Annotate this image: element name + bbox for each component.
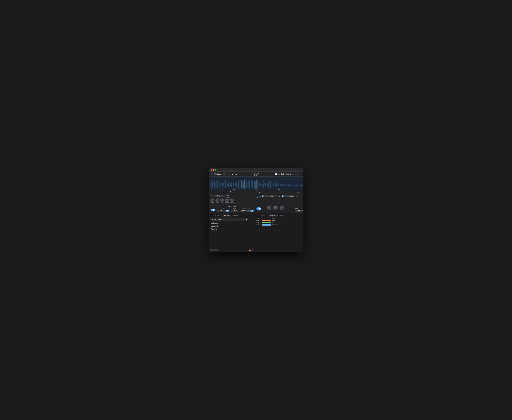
right-panel: Loop Reset |◀ Start A − + xyxy=(255,190,303,252)
settings-icon[interactable]: ⚙ xyxy=(252,249,253,251)
tab-memo[interactable]: Memo xyxy=(278,214,286,217)
knob-row: Vocal Piano Bass Drums xyxy=(210,198,254,203)
piano-knob-group: Piano xyxy=(215,198,219,203)
loop-a-button[interactable]: A xyxy=(262,195,264,197)
svg-rect-138 xyxy=(294,185,295,186)
bpm-control-row: − 128 + Edit xyxy=(217,210,229,212)
tab-history[interactable]: History xyxy=(231,214,240,217)
loop-b-button[interactable]: B xyxy=(282,195,284,197)
maximize-button[interactable] xyxy=(215,169,216,171)
nav-down-button[interactable]: ▼ xyxy=(214,249,218,251)
skip-back-button[interactable]: ⏮ xyxy=(228,173,231,175)
playlist-add-button[interactable]: + xyxy=(248,218,249,220)
eq-freq-knob[interactable] xyxy=(267,206,271,210)
marker-table: Time Color Memo 0:15 Intro 1:40 Ke xyxy=(255,217,303,227)
svg-rect-109 xyxy=(276,181,277,187)
eq-q-knob[interactable] xyxy=(280,206,284,210)
vocal-knob-group: Vocal xyxy=(210,198,214,203)
loop-header: Loop Reset xyxy=(256,191,300,194)
practice-add-button[interactable]: + xyxy=(267,214,268,216)
svg-rect-142 xyxy=(297,185,297,186)
part-label: Part xyxy=(227,194,229,195)
end-plus-button[interactable]: + xyxy=(296,195,298,197)
svg-rect-105 xyxy=(274,181,274,188)
solo-button[interactable]: Solo xyxy=(226,195,230,196)
svg-rect-150 xyxy=(302,185,302,186)
mix-button[interactable]: Mix xyxy=(226,196,230,198)
svg-text:2:00: 2:00 xyxy=(256,188,258,190)
close-button[interactable] xyxy=(210,169,212,171)
bass-label: Bass xyxy=(221,202,223,203)
file-export-icon[interactable]: 📤 xyxy=(249,249,251,251)
drums-knob[interactable] xyxy=(225,198,229,202)
bpm-edit-button[interactable]: Edit xyxy=(225,210,229,212)
marker-header-row: Time Color Memo xyxy=(256,218,303,219)
file-icon[interactable]: 📄 xyxy=(275,173,277,175)
svg-rect-134 xyxy=(292,185,292,186)
loop-end-arrow: ▶| xyxy=(299,195,300,197)
accent-pos-minus-button[interactable]: − xyxy=(239,210,242,212)
metronome-toggle[interactable] xyxy=(210,209,215,211)
svg-rect-98 xyxy=(270,183,270,186)
start-minus-button[interactable]: − xyxy=(264,195,267,197)
menu-icon[interactable]: ☰ xyxy=(211,173,213,175)
waveform-section[interactable]: // Generate bars inline won't work in SV… xyxy=(209,177,303,190)
play-button[interactable]: ▶ xyxy=(231,173,234,175)
accent-plus-button[interactable]: + xyxy=(235,210,237,212)
accent-minus-button[interactable]: − xyxy=(231,210,233,212)
eq-gain-knob[interactable] xyxy=(273,206,278,210)
svg-rect-102 xyxy=(272,184,273,186)
marker-memo-text: Keyboard Solo xyxy=(272,222,303,224)
others-knob[interactable] xyxy=(230,198,234,202)
svg-rect-131 xyxy=(290,184,290,186)
end-time-input[interactable] xyxy=(287,195,295,197)
tab-file-browser[interactable]: File browser xyxy=(210,214,222,217)
eq-toggle[interactable] xyxy=(256,207,261,210)
pitch-plus-button[interactable]: + xyxy=(223,195,225,197)
accent-group: Accent − 4 + xyxy=(231,208,237,212)
end-minus-button[interactable]: − xyxy=(284,195,287,197)
skip-forward-button[interactable]: ⏭ xyxy=(235,173,237,175)
speaker-icon[interactable]: 🔊 xyxy=(278,173,280,175)
playlist-select[interactable]: Melissa Playlist xyxy=(210,218,248,221)
bpm-minus-button[interactable]: − xyxy=(217,210,219,212)
marker-memo-text: Guitar Solo xyxy=(272,224,303,225)
nav-up-button[interactable]: ▲ xyxy=(210,249,214,251)
output-select[interactable]: Original xyxy=(295,210,303,212)
bottom-tabs-row: Practice list + Marker + Memo xyxy=(255,213,303,217)
svg-rect-151 xyxy=(302,184,303,186)
loop-reset-button[interactable]: Reset xyxy=(297,192,300,193)
pitch-select[interactable]: Original xyxy=(216,195,222,197)
marker-add-button[interactable]: + xyxy=(277,214,278,216)
svg-rect-99 xyxy=(270,181,271,188)
piano-label: Piano xyxy=(216,202,219,203)
accent-label: Accent xyxy=(232,208,236,209)
svg-text:Keyboard Solo: Keyboard Solo xyxy=(245,177,253,179)
tab-playlist[interactable]: Playlist xyxy=(222,214,231,217)
others-label: Others xyxy=(230,202,234,203)
minimize-button[interactable] xyxy=(213,169,214,171)
svg-rect-123 xyxy=(285,184,285,186)
playlist-edit-button[interactable]: ✎ xyxy=(250,218,252,220)
playlist-delete-button[interactable]: ✕ xyxy=(252,218,254,220)
tab-marker[interactable]: Marker xyxy=(268,214,277,217)
part-controls: Pitch − Original + Part Solo Mix xyxy=(210,194,254,198)
volume-slider[interactable] xyxy=(292,173,302,174)
list-item[interactable]: Melissa.mp3 xyxy=(210,222,254,224)
svg-rect-100 xyxy=(271,183,271,186)
loop-toggle-button[interactable]: ↩ xyxy=(223,173,226,175)
start-time-input[interactable] xyxy=(267,195,275,197)
accent-pos-set-button[interactable]: Set xyxy=(250,210,254,212)
list-item[interactable]: Music.mp3 xyxy=(210,225,254,227)
tab-practice-list[interactable]: Practice list xyxy=(256,214,267,217)
svg-rect-103 xyxy=(273,181,273,187)
vocal-knob[interactable] xyxy=(210,198,214,202)
bass-knob[interactable] xyxy=(220,198,224,202)
accent-pos-plus-button[interactable]: + xyxy=(247,210,250,212)
bpm-plus-button[interactable]: + xyxy=(223,210,225,212)
table-row: 1:40 Keyboard Solo xyxy=(256,222,303,224)
start-plus-button[interactable]: + xyxy=(276,195,278,197)
pitch-minus-button[interactable]: − xyxy=(214,195,216,197)
piano-knob[interactable] xyxy=(215,198,219,202)
list-item[interactable]: Player.mp3 xyxy=(210,227,254,230)
